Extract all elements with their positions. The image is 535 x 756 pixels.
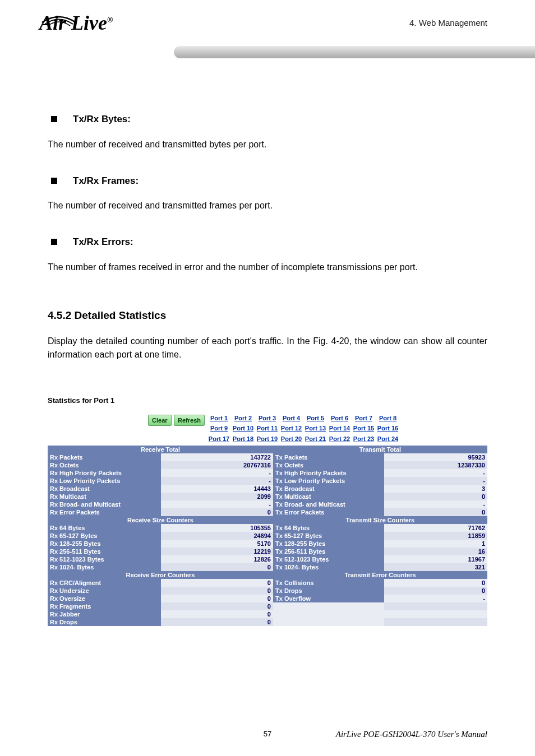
rx-value: 0 [161,618,273,626]
tx-label: Tx Drops [273,587,384,595]
logo-name: Air Live [39,12,107,34]
rx-label: Rx Packets [48,453,161,461]
tx-label-empty [273,602,384,610]
page-content: Tx/Rx Bytes: The number of received and … [0,67,535,626]
tx-label-empty [273,618,384,626]
port-link[interactable]: Port 2 [231,413,255,424]
tx-label-empty [273,610,384,618]
port-link[interactable]: Port 19 [255,434,279,444]
port-link[interactable]: Port 18 [231,434,255,444]
rx-value: 105355 [161,524,273,532]
stats-title: Statistics for Port 1 [48,395,487,406]
tx-value: 0 [384,493,487,500]
bullet-title: Tx/Rx Bytes: [73,112,131,127]
rx-label: Rx Broadcast [48,485,161,493]
port-link[interactable]: Port 9 [207,423,231,434]
rx-value: 20767316 [161,461,273,469]
port-link[interactable]: Port 23 [352,434,376,444]
port-link[interactable]: Port 11 [255,423,279,434]
bullet-item: Tx/Rx Bytes: [48,112,487,127]
tx-label: Tx Broad- and Multicast [273,500,384,508]
refresh-button[interactable]: Refresh [174,415,205,426]
tx-label: Tx Low Priority Packets [273,477,384,485]
rx-value: 24694 [161,532,273,540]
tx-value: - [384,595,487,602]
port-link[interactable]: Port 8 [376,413,400,424]
port-link[interactable]: Port 20 [279,434,303,444]
port-link[interactable]: Port 21 [303,434,328,444]
statistics-panel: Statistics for Port 1 Clear Refresh Port… [48,395,487,626]
tx-value: 11967 [384,555,487,563]
port-link[interactable]: Port 3 [255,413,279,424]
rx-label: Rx Oversize [48,595,161,602]
port-link[interactable]: Port 12 [279,423,303,434]
tx-label: Tx 512-1023 Bytes [273,555,384,563]
port-link[interactable]: Port 22 [328,434,352,444]
tx-value: 16 [384,548,487,555]
section-header-left: Receive Total [48,446,273,453]
tx-label: Tx Collisions [273,579,384,587]
tx-value: 95923 [384,453,487,461]
rx-value: 0 [161,602,273,610]
tx-label: Tx Octets [273,461,384,469]
port-link[interactable]: Port 24 [376,434,400,444]
rx-label: Rx Error Packets [48,508,161,516]
bullet-paragraph: The number of frames received in error a… [48,261,487,274]
port-link[interactable]: Port 4 [279,413,303,424]
rx-value: 0 [161,563,273,571]
rx-value: 12219 [161,548,273,555]
section-paragraph: Display the detailed counting number of … [48,335,487,361]
port-link[interactable]: Port 1 [207,413,231,424]
rx-label: Rx High Priority Packets [48,469,161,477]
port-link[interactable]: Port 7 [352,413,376,424]
rx-value: 12826 [161,555,273,563]
tx-value: - [384,469,487,477]
tx-label: Tx Overflow [273,595,384,602]
port-link[interactable]: Port 16 [376,423,400,434]
section-heading: 4.5.2 Detailed Statistics [48,308,487,324]
tx-label: Tx 128-255 Bytes [273,540,384,548]
rx-value: 5170 [161,540,273,548]
rx-value: 0 [161,595,273,602]
rx-value: 0 [161,508,273,516]
rx-label: Rx 64 Bytes [48,524,161,532]
bullet-title: Tx/Rx Errors: [73,235,133,249]
page-number: 57 [264,730,271,738]
rx-value: 2099 [161,493,273,500]
tx-value: 71762 [384,524,487,532]
tx-label: Tx Packets [273,453,384,461]
bullet-paragraph: The number of received and transmitted b… [48,138,487,151]
port-link[interactable]: Port 13 [303,423,328,434]
rx-label: Rx CRC/Aligment [48,579,161,587]
tx-value: 0 [384,587,487,595]
rx-label: Rx Fragments [48,602,161,610]
rx-label: Rx 65-127 Bytes [48,532,161,540]
bullet-paragraph: The number of received and transmitted f… [48,199,487,212]
port-link[interactable]: Port 14 [328,423,352,434]
rx-label: Rx Octets [48,461,161,469]
header-divider-bar [174,46,535,58]
section-header-right: Transmit Total [273,446,487,453]
square-bullet-icon [51,178,57,184]
manual-title: AirLive POE-GSH2004L-370 User's Manual [336,730,487,739]
statistics-table: Receive TotalTransmit TotalRx Packets143… [48,446,487,626]
section-header-left: Receive Error Counters [48,571,273,579]
port-links-grid: Port 1Port 2Port 3Port 4Port 5Port 6Port… [207,413,400,444]
tx-label: Tx 65-127 Bytes [273,532,384,540]
tx-value: 11859 [384,532,487,540]
clear-button[interactable]: Clear [148,415,172,426]
logo-trademark: ® [107,16,113,24]
tx-value: 321 [384,563,487,571]
section-header-left: Receive Size Counters [48,516,273,524]
chapter-label: 4. Web Management [409,18,487,27]
tx-label: Tx 64 Bytes [273,524,384,532]
port-link[interactable]: Port 15 [352,423,376,434]
port-link[interactable]: Port 10 [231,423,255,434]
tx-value: 0 [384,508,487,516]
page-header: Air Live® 4. Web Management [0,0,535,67]
port-link[interactable]: Port 5 [303,413,328,424]
rx-label: Rx 1024- Bytes [48,563,161,571]
tx-label: Tx Multicast [273,493,384,500]
port-link[interactable]: Port 6 [328,413,352,424]
port-link[interactable]: Port 17 [207,434,231,444]
